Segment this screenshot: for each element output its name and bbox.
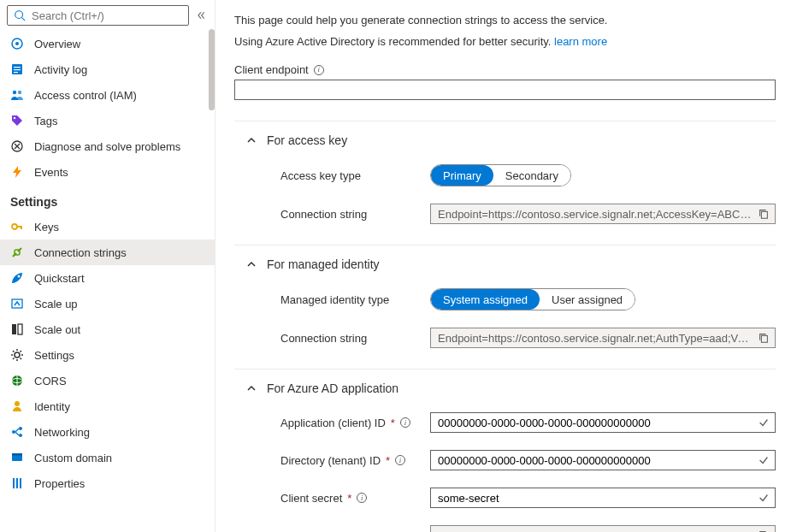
sidebar-item-keys[interactable]: Keys [0, 214, 215, 239]
cors-icon [10, 374, 24, 387]
svg-rect-34 [761, 335, 767, 342]
pill-user-assigned[interactable]: User assigned [540, 289, 635, 310]
pill-primary[interactable]: Primary [431, 165, 493, 186]
sidebar-item-label: Connection strings [34, 246, 127, 259]
info-icon[interactable]: i [400, 417, 410, 428]
info-icon[interactable]: i [395, 455, 405, 465]
access-key-cs-value[interactable]: Endpoint=https://contoso.service.signalr… [430, 204, 776, 224]
identity-icon [10, 399, 24, 413]
managed-identity-cs-label: Connection string [280, 332, 430, 345]
sidebar-item-label: Settings [34, 349, 74, 362]
sidebar-item-tags[interactable]: Tags [0, 108, 215, 133]
application-id-label: Application (client) ID * i [280, 417, 430, 429]
sidebar-item-access-control-iam-[interactable]: Access control (IAM) [0, 82, 215, 108]
sidebar-item-scale-up[interactable]: Scale up [0, 291, 215, 316]
svg-rect-32 [20, 478, 21, 488]
check-icon [758, 492, 770, 504]
svg-rect-7 [14, 72, 18, 73]
client-secret-input-wrapper[interactable] [430, 488, 776, 508]
sidebar-item-activity-log[interactable]: Activity log [0, 56, 215, 82]
section-header-access-key[interactable]: For access key [234, 133, 776, 147]
sidebar-item-label: Tags [34, 115, 57, 127]
learn-more-link[interactable]: learn more [554, 35, 607, 48]
copy-icon[interactable] [758, 332, 770, 344]
info-icon[interactable]: i [314, 65, 324, 75]
svg-point-10 [14, 117, 15, 119]
access-key-type-toggle[interactable]: Primary Secondary [430, 164, 571, 186]
overview-icon [10, 37, 24, 50]
connection-icon [10, 245, 24, 259]
sidebar-item-label: Keys [34, 221, 59, 233]
sidebar-item-custom-domain[interactable]: Custom domain [0, 445, 215, 470]
sidebar-item-label: Scale out [34, 323, 80, 336]
search-input[interactable] [32, 9, 183, 22]
search-box[interactable] [7, 5, 189, 26]
sidebar-item-label: Identity [34, 400, 70, 413]
keys-icon [10, 220, 24, 233]
sidebar-item-settings[interactable]: Settings [0, 342, 215, 368]
directory-id-input-wrapper[interactable] [430, 450, 776, 470]
svg-rect-17 [12, 299, 22, 308]
sidebar-item-cors[interactable]: CORS [0, 368, 215, 393]
sidebar-item-connection-strings[interactable]: Connection strings [0, 239, 215, 265]
sidebar-item-label: Networking [34, 426, 90, 439]
nav-list: OverviewActivity logAccess control (IAM)… [0, 31, 215, 532]
svg-point-0 [15, 11, 23, 19]
client-secret-input[interactable] [438, 492, 758, 505]
svg-point-16 [18, 275, 21, 278]
check-icon [758, 417, 770, 429]
client-endpoint-input[interactable] [234, 80, 776, 100]
collapse-sidebar-button[interactable] [194, 9, 208, 22]
access-key-type-label: Access key type [280, 169, 430, 182]
sidebar-item-label: Diagnose and solve problems [34, 140, 180, 153]
svg-rect-14 [21, 226, 22, 229]
managed-identity-cs-value[interactable]: Endpoint=https://contoso.service.signalr… [430, 328, 776, 348]
scrollbar[interactable] [209, 29, 215, 110]
svg-point-8 [13, 91, 16, 94]
sidebar-item-label: Activity log [34, 63, 87, 76]
main-content: This page could help you generate connec… [215, 0, 791, 532]
scaleup-icon [10, 297, 24, 310]
sidebar-item-properties[interactable]: Properties [0, 470, 215, 496]
tags-icon [10, 114, 24, 127]
settings-icon [10, 348, 24, 362]
sidebar-item-diagnose-and-solve-problems[interactable]: Diagnose and solve problems [0, 133, 215, 159]
search-icon [13, 9, 27, 22]
svg-point-27 [19, 434, 22, 437]
managed-identity-type-toggle[interactable]: System assigned User assigned [430, 288, 635, 310]
sidebar-item-overview[interactable]: Overview [0, 31, 215, 56]
directory-id-label: Directory (tenant) ID * i [280, 454, 430, 467]
sidebar-item-events[interactable]: Events [0, 159, 215, 185]
intro-text-1: This page could help you generate connec… [234, 14, 776, 27]
chevron-up-icon [246, 259, 257, 269]
customdomain-icon [10, 451, 24, 464]
svg-point-20 [15, 352, 20, 358]
pill-secondary[interactable]: Secondary [493, 165, 570, 186]
application-id-input-wrapper[interactable] [430, 412, 776, 433]
svg-point-26 [19, 427, 22, 430]
check-icon [758, 454, 770, 466]
application-id-input[interactable] [438, 417, 758, 429]
svg-rect-31 [16, 478, 18, 488]
sidebar-item-quickstart[interactable]: Quickstart [0, 265, 215, 291]
sidebar-item-label: Quickstart [34, 272, 85, 285]
section-access-key: For access key Access key type Primary S… [234, 121, 776, 224]
access-icon [10, 88, 24, 102]
directory-id-input[interactable] [438, 454, 758, 467]
svg-rect-19 [18, 324, 22, 334]
sidebar-item-identity[interactable]: Identity [0, 393, 215, 419]
aad-cs-value[interactable]: Endpoint=https://contoso.service.signalr… [430, 525, 776, 532]
networking-icon [10, 425, 24, 439]
section-header-managed-identity[interactable]: For managed identity [234, 257, 776, 271]
sidebar-item-scale-out[interactable]: Scale out [0, 316, 215, 342]
sidebar-item-networking[interactable]: Networking [0, 419, 215, 445]
section-header-aad-application[interactable]: For Azure AD application [234, 381, 776, 395]
pill-system-assigned[interactable]: System assigned [431, 289, 540, 310]
copy-icon[interactable] [758, 208, 770, 220]
info-icon[interactable]: i [357, 493, 367, 503]
section-aad-application: For Azure AD application Application (cl… [234, 369, 776, 532]
svg-rect-29 [12, 453, 22, 456]
managed-identity-type-label: Managed identity type [280, 293, 430, 306]
svg-point-9 [18, 91, 21, 94]
svg-point-25 [12, 430, 15, 434]
